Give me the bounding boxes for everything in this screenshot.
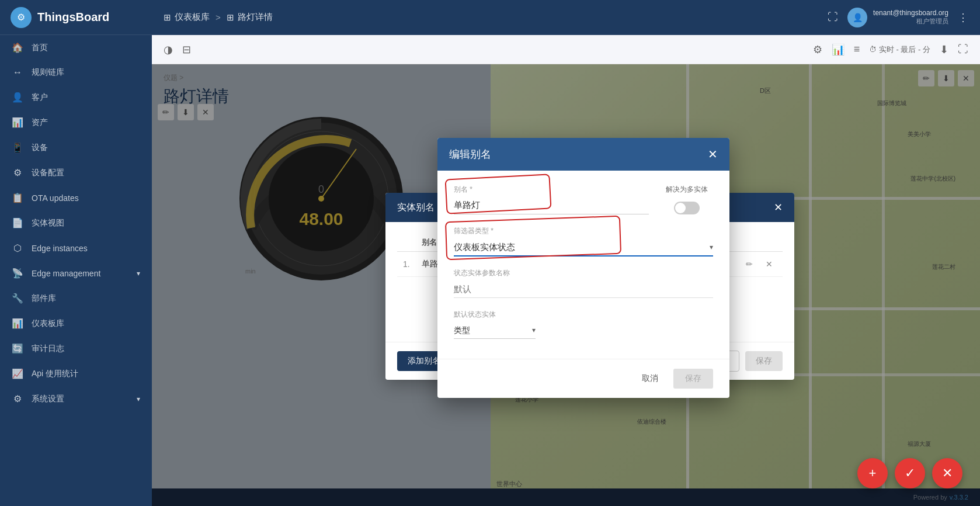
- sidebar-item-system-settings[interactable]: ⚙ 系统设置 ▾: [0, 386, 152, 411]
- entity-alias-title: 实体别名: [397, 202, 435, 214]
- entity-alias-close-btn[interactable]: ✕: [774, 201, 783, 214]
- modal-close-btn[interactable]: ✕: [708, 147, 718, 161]
- modal-body: 别名 * 解决为多实体 筛选器类型 *: [437, 171, 729, 359]
- default-entity-select[interactable]: 类型: [454, 322, 536, 339]
- sidebar-item-rules[interactable]: ↔ 规则链库: [0, 60, 152, 85]
- user-info: tenant@thingsboard.org 租户管理员: [873, 9, 948, 26]
- sidebar-label-home: 首页: [32, 43, 140, 53]
- alias-delete-btn[interactable]: ✕: [762, 257, 777, 272]
- assets-icon: 📊: [12, 117, 23, 128]
- modal-cancel-btn[interactable]: 取消: [633, 369, 668, 389]
- grid-icon[interactable]: ⊟: [182, 43, 191, 56]
- rules-icon: ↔: [12, 67, 23, 78]
- entity-param-label: 状态实体参数名称: [454, 268, 713, 278]
- filter-type-wrapper: 单个实体 实体列表 实体类型 仪表板实体状态 关联实体 来源实体 ▾: [454, 238, 713, 257]
- breadcrumb-detail-label: 路灯详情: [238, 12, 273, 23]
- entity-param-group: 状态实体参数名称: [454, 268, 713, 298]
- default-state-label: 默认状态实体: [454, 310, 713, 320]
- modal-header: 编辑别名 ✕: [437, 138, 729, 171]
- resolve-toggle[interactable]: [674, 202, 700, 214]
- logo-icon: ⚙: [11, 7, 32, 28]
- expand-icon[interactable]: ⛶: [958, 43, 968, 56]
- filter-icon[interactable]: ≡: [854, 43, 860, 56]
- breadcrumb-detail-icon: ⊞: [227, 12, 234, 23]
- system-settings-arrow: ▾: [137, 395, 140, 403]
- modal-footer: 取消 保存: [437, 359, 729, 398]
- logo-text: ThingsBoard: [37, 11, 109, 24]
- dashboards-icon: 📊: [12, 318, 23, 329]
- sidebar-item-device-config[interactable]: ⚙ 设备配置: [0, 160, 152, 185]
- entity-view-icon: 📄: [12, 217, 23, 228]
- alias-row-num: 1.: [397, 252, 416, 277]
- sidebar-item-edge-instances[interactable]: ⬡ Edge instances: [0, 235, 152, 261]
- system-settings-icon: ⚙: [12, 393, 23, 404]
- default-state-group: 默认状态实体 类型 ▾: [454, 310, 713, 339]
- modal-save-btn[interactable]: 保存: [673, 369, 713, 389]
- toggle-slider: [674, 202, 700, 214]
- home-icon: 🏠: [12, 42, 23, 53]
- sidebar-item-assets[interactable]: 📊 资产: [0, 110, 152, 135]
- sidebar-label-rules: 规则链库: [32, 67, 140, 78]
- fab-add-btn[interactable]: +: [857, 458, 888, 488]
- app-logo[interactable]: ⚙ ThingsBoard: [0, 0, 152, 35]
- sidebar-item-customers[interactable]: 👤 客户: [0, 85, 152, 110]
- entity-select-arrow: ▾: [532, 326, 536, 334]
- sidebar-item-widgets[interactable]: 🔧 部件库: [0, 286, 152, 311]
- settings-icon[interactable]: ⚙: [813, 43, 822, 56]
- sidebar-item-api-stats[interactable]: 📈 Api 使用统计: [0, 361, 152, 386]
- sidebar-item-edge-management[interactable]: 📡 Edge management ▾: [0, 261, 152, 286]
- sidebar-item-entity-view[interactable]: 📄 实体视图: [0, 210, 152, 235]
- default-entity-select-wrapper: 类型 ▾: [454, 322, 536, 339]
- fullscreen-icon[interactable]: ⛶: [828, 11, 838, 23]
- sidebar-label-edge-instances: Edge instances: [32, 244, 140, 253]
- filter-type-select[interactable]: 单个实体 实体列表 实体类型 仪表板实体状态 关联实体 来源实体: [454, 238, 713, 257]
- alias-field-label: 别名 *: [454, 185, 649, 195]
- customers-icon: 👤: [12, 92, 23, 103]
- sidebar-label-widgets: 部件库: [32, 293, 140, 304]
- user-menu[interactable]: 👤 tenant@thingsboard.org 租户管理员: [847, 8, 948, 27]
- filter-type-label: 筛选器类型 *: [454, 226, 713, 236]
- widgets-icon: 🔧: [12, 293, 23, 304]
- alias-input[interactable]: [454, 197, 649, 214]
- device-config-icon: ⚙: [12, 167, 23, 178]
- alias-field-group: 别名 *: [454, 185, 649, 214]
- resolve-label: 解决为多实体: [666, 185, 708, 195]
- ota-icon: 📋: [12, 192, 23, 203]
- entity-param-input[interactable]: [454, 280, 713, 298]
- sidebar: ⚙ ThingsBoard 🏠 首页 ↔ 规则链库 👤 客户 📊 资产 📱 设备…: [0, 0, 152, 506]
- edge-management-icon: 📡: [12, 268, 23, 279]
- alias-edit-btn[interactable]: ✏: [742, 257, 757, 272]
- breadcrumb-separator: >: [216, 12, 221, 22]
- download-icon[interactable]: ⬇: [940, 43, 948, 56]
- devices-icon: 📱: [12, 142, 23, 153]
- main-content: 仪题 > 路灯详情 ✏ ⬇ ✕: [152, 64, 980, 506]
- sidebar-item-devices[interactable]: 📱 设备: [0, 135, 152, 160]
- user-email: tenant@thingsboard.org: [873, 9, 948, 17]
- audit-icon: 🔄: [12, 343, 23, 354]
- time-icon[interactable]: ⏱ 实时 - 最后 - 分: [869, 44, 930, 55]
- resolve-toggle-group: 解决为多实体: [661, 185, 713, 214]
- default-entity-row: 类型 ▾: [454, 322, 713, 339]
- fab-container: + ✓ ✕: [857, 458, 962, 488]
- topbar: ⊞ 仪表板库 > ⊞ 路灯详情 ⛶ 👤 tenant@thingsboard.o…: [152, 0, 980, 35]
- more-menu-icon[interactable]: ⋮: [958, 11, 968, 24]
- breadcrumb: ⊞ 仪表板库 > ⊞ 路灯详情: [164, 12, 828, 23]
- sidebar-label-api-stats: Api 使用统计: [32, 369, 140, 379]
- sidebar-label-edge-management: Edge management: [32, 269, 137, 278]
- chart-icon[interactable]: 📊: [832, 43, 845, 56]
- sidebar-label-system-settings: 系统设置: [32, 394, 137, 404]
- sidebar-label-devices: 设备: [32, 143, 140, 153]
- breadcrumb-dashboard-label[interactable]: 仪表板库: [175, 12, 210, 23]
- sidebar-label-assets: 资产: [32, 117, 140, 128]
- fab-confirm-btn[interactable]: ✓: [895, 458, 925, 488]
- layers-icon[interactable]: ◑: [164, 43, 173, 56]
- sidebar-label-device-config: 设备配置: [32, 168, 140, 178]
- sidebar-label-ota: OTA updates: [32, 193, 140, 203]
- sidebar-item-ota[interactable]: 📋 OTA updates: [0, 185, 152, 210]
- save-alias-panel-button[interactable]: 保存: [745, 351, 783, 371]
- filter-type-group: 筛选器类型 * 单个实体 实体列表 实体类型 仪表板实体状态 关联实体 来源实体…: [454, 226, 713, 257]
- sidebar-item-audit[interactable]: 🔄 审计日志: [0, 336, 152, 361]
- sidebar-item-home[interactable]: 🏠 首页: [0, 35, 152, 60]
- sidebar-item-dashboards[interactable]: 📊 仪表板库: [0, 311, 152, 336]
- fab-close-btn[interactable]: ✕: [932, 458, 962, 488]
